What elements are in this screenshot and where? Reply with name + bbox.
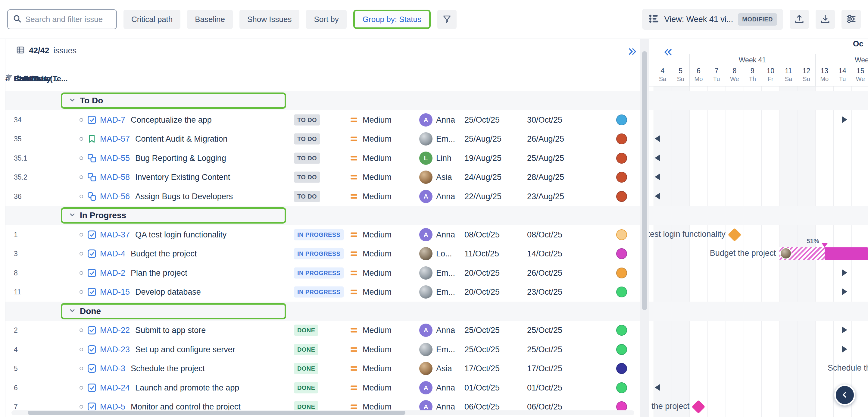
chevron-down-icon[interactable] [68, 211, 76, 220]
issue-row[interactable]: 4MAD-23Set up and configure serverDONEMe… [5, 340, 640, 359]
view-selector[interactable]: View: Week 41 vi... MODIFIED [642, 9, 783, 30]
issue-row[interactable]: 6MAD-24Launch and promote the appDONEMed… [5, 378, 640, 397]
tree-handle[interactable] [80, 405, 83, 409]
group-highlight-box: To Do [61, 92, 286, 109]
issue-row[interactable]: 35.1MAD-55Bug Reporting & LoggingTO DOMe… [5, 149, 640, 168]
tree-handle[interactable] [80, 271, 83, 275]
color-dot[interactable] [616, 287, 627, 297]
avatar [419, 132, 433, 146]
tree-handle[interactable] [80, 290, 83, 294]
gantt-offscreen-right-indicator[interactable] [842, 116, 847, 123]
issue-key-link[interactable]: MAD-58 [100, 173, 130, 182]
gantt-offscreen-left-indicator[interactable] [655, 135, 660, 142]
issue-key-link[interactable]: MAD-55 [100, 153, 130, 163]
tree-handle[interactable] [80, 348, 83, 351]
gantt-offscreen-left-indicator[interactable] [655, 193, 660, 200]
color-dot[interactable] [616, 325, 627, 336]
search-box[interactable] [7, 9, 117, 29]
critical-path-button[interactable]: Critical path [123, 10, 180, 29]
group-row-gantt [649, 206, 868, 225]
gantt-offscreen-left-indicator[interactable] [655, 174, 660, 180]
color-dot[interactable] [616, 133, 627, 144]
milestone-diamond[interactable] [727, 228, 741, 241]
issue-row[interactable]: 34MAD-7Conceptualize the appTO DOMediumA… [5, 110, 640, 129]
color-dot[interactable] [616, 172, 627, 183]
issue-key-link[interactable]: MAD-37 [100, 230, 130, 239]
gantt-milestone-label: QA test login functionality [649, 230, 725, 239]
color-dot[interactable] [616, 191, 627, 202]
tree-handle[interactable] [80, 386, 83, 390]
tree-handle[interactable] [80, 233, 83, 237]
upload-button[interactable] [790, 10, 809, 29]
end-date: 28/Aug/25 [527, 173, 564, 182]
issue-key-link[interactable]: MAD-7 [100, 115, 125, 124]
tree-handle[interactable] [80, 175, 83, 179]
download-button[interactable] [815, 10, 835, 29]
issue-key-link[interactable]: MAD-5 [100, 402, 125, 412]
group-row[interactable]: To Do [5, 91, 640, 110]
gantt-offscreen-right-indicator[interactable] [842, 269, 847, 276]
tree-handle[interactable] [80, 118, 83, 122]
issue-row[interactable]: 35MAD-57Content Audit & MigrationTO DOMe… [5, 129, 640, 149]
issue-key-link[interactable]: MAD-24 [100, 383, 130, 392]
issue-key-link[interactable]: MAD-15 [100, 288, 130, 297]
issue-key-link[interactable]: MAD-57 [100, 135, 130, 144]
chevron-down-icon[interactable] [68, 307, 76, 316]
horizontal-scrollbar[interactable] [28, 411, 405, 415]
baseline-button[interactable]: Baseline [187, 10, 233, 29]
vertical-scrollbar[interactable] [642, 51, 647, 310]
chevron-down-icon[interactable] [68, 96, 76, 105]
gantt-offscreen-right-indicator[interactable] [842, 288, 847, 295]
issue-row[interactable]: 8MAD-2Plan the projectIN PROGRESSMediumE… [5, 263, 640, 282]
gantt-offscreen-left-indicator[interactable] [655, 155, 660, 161]
color-dot[interactable] [616, 363, 627, 374]
tree-handle[interactable] [80, 137, 83, 141]
color-dot[interactable] [616, 248, 627, 259]
priority-medium-icon [350, 175, 357, 180]
status-badge: DONE [294, 382, 318, 393]
search-input[interactable] [25, 15, 112, 24]
show-issues-button[interactable]: Show Issues [240, 10, 299, 29]
gantt-offscreen-right-indicator[interactable] [842, 346, 847, 353]
view-icon [648, 13, 659, 26]
issue-row[interactable]: 1MAD-37QA test login functionalityIN PRO… [5, 225, 640, 244]
issue-row[interactable]: 5MAD-3Schedule the projectDONEMediumAsia… [5, 359, 640, 378]
tree-handle[interactable] [80, 156, 83, 160]
issue-row[interactable]: 11MAD-15Develop databaseIN PROGRESSMediu… [5, 282, 640, 302]
issue-key-link[interactable]: MAD-23 [100, 345, 130, 354]
group-row[interactable]: In Progress [5, 206, 640, 225]
color-dot[interactable] [616, 344, 627, 355]
tree-handle[interactable] [80, 252, 83, 256]
group-row[interactable]: Done [5, 302, 640, 321]
issue-row[interactable]: 2MAD-22Submit to app storeDONEMediumAAnn… [5, 321, 640, 340]
group-by-status-button[interactable]: Group by: Status [353, 10, 431, 29]
filter-button[interactable] [437, 10, 457, 29]
tree-handle[interactable] [80, 195, 83, 198]
color-dot[interactable] [616, 153, 627, 163]
tree-handle[interactable] [80, 367, 83, 370]
gantt-offscreen-left-indicator[interactable] [655, 384, 660, 391]
tree-handle[interactable] [80, 328, 83, 332]
issue-row[interactable]: 3MAD-4Budget the projectIN PROGRESSMediu… [5, 244, 640, 263]
issue-key-link[interactable]: MAD-4 [100, 249, 125, 259]
assignee-name: Em... [436, 345, 455, 354]
issue-row[interactable]: 35.2MAD-58Inventory Existing ContentTO D… [5, 168, 640, 187]
view-label: View: Week 41 vi... [664, 15, 733, 24]
status-badge: TO DO [294, 114, 320, 125]
color-dot[interactable] [616, 268, 627, 278]
color-dot[interactable] [616, 382, 627, 393]
settings-button[interactable] [841, 10, 861, 29]
sort-by-button[interactable]: Sort by [306, 10, 346, 29]
issue-key-link[interactable]: MAD-56 [100, 191, 130, 201]
end-date: 08/Oct/25 [527, 230, 562, 239]
issue-key-link[interactable]: MAD-22 [100, 326, 130, 335]
issue-key-link[interactable]: MAD-2 [100, 268, 125, 277]
issue-key-link[interactable]: MAD-3 [100, 364, 125, 373]
issue-row[interactable]: 36MAD-56Assign Bugs to DevelopersTO DOMe… [5, 187, 640, 206]
milestone-diamond[interactable] [692, 400, 705, 413]
gantt-offscreen-right-indicator[interactable] [842, 327, 847, 333]
collapse-panel-fab[interactable] [834, 384, 855, 406]
gantt-bar[interactable] [779, 247, 868, 260]
color-dot[interactable] [616, 229, 627, 240]
color-dot[interactable] [616, 115, 627, 125]
